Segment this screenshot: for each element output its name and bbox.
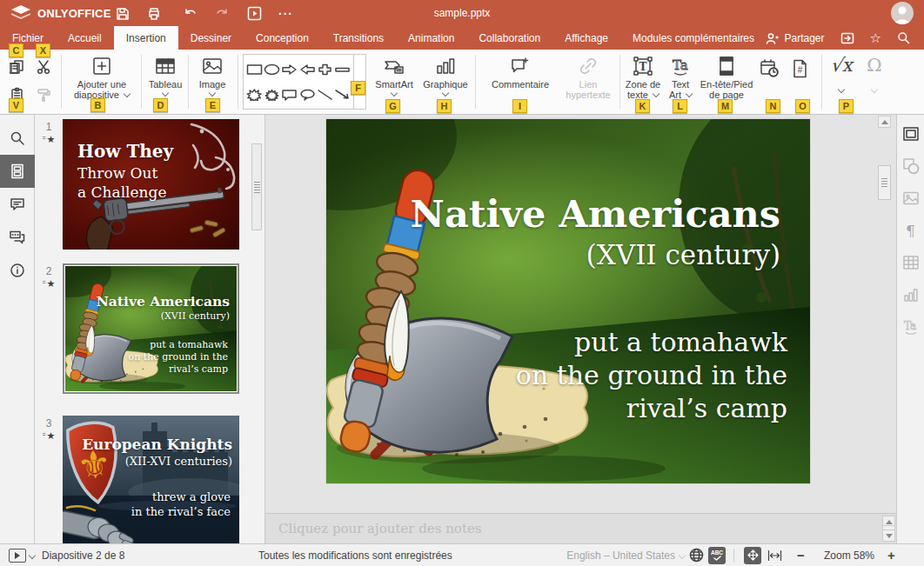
editor-vertical-scrollbar[interactable] xyxy=(877,115,893,513)
shape-explosion2-icon[interactable] xyxy=(264,88,280,101)
tab-modules[interactable]: Modules complémentaires xyxy=(620,26,767,50)
save-icon[interactable] xyxy=(115,6,130,21)
hint-label-F: F xyxy=(351,81,365,95)
shape-arrow-right-icon[interactable] xyxy=(281,63,298,76)
table-button[interactable]: Tableau xyxy=(144,55,186,96)
slide-title[interactable]: Native Americans xyxy=(411,192,780,236)
shape-speech-oval-icon[interactable] xyxy=(299,88,316,101)
shape-arrow-left-icon[interactable] xyxy=(299,63,316,76)
zoom-out-button[interactable]: − xyxy=(797,544,805,566)
shapes-gallery xyxy=(243,54,354,110)
add-slide-button[interactable]: Ajouter unediapositive xyxy=(64,55,139,100)
shape-ellipse-icon[interactable] xyxy=(264,63,280,76)
zoom-in-button[interactable]: + xyxy=(887,544,895,566)
cut-button[interactable] xyxy=(33,57,54,77)
more-actions-icon[interactable]: ··· xyxy=(278,6,293,21)
shape-line-icon[interactable] xyxy=(317,88,333,101)
document-language-button[interactable] xyxy=(689,544,704,566)
tab-affichage[interactable]: Affichage xyxy=(552,26,620,50)
comments-panel-button[interactable] xyxy=(0,188,35,221)
thumbnails-scrollbar[interactable] xyxy=(251,143,262,230)
image-button[interactable]: Image xyxy=(191,55,233,96)
table-settings-button[interactable] xyxy=(901,252,921,273)
app-logo: ONLYOFFICE xyxy=(10,5,111,21)
fit-slide-button[interactable] xyxy=(744,547,761,564)
header-footer-button[interactable]: En-tête/Piedde page xyxy=(698,55,755,100)
shape-settings-button[interactable] xyxy=(901,156,921,176)
fit-width-button[interactable] xyxy=(767,544,782,566)
search-icon[interactable] xyxy=(897,31,910,44)
image-settings-button[interactable] xyxy=(901,188,921,209)
shape-plus-icon[interactable] xyxy=(317,63,333,76)
chart-settings-button[interactable] xyxy=(901,284,921,305)
textart-button[interactable]: Ta TextArt xyxy=(665,55,696,100)
paragraph-settings-button[interactable]: ¶ xyxy=(901,220,921,241)
tab-transitions[interactable]: Transitions xyxy=(321,26,396,50)
notes-area[interactable]: Cliquez pour ajouter des notes xyxy=(265,513,896,543)
avatar[interactable] xyxy=(891,2,914,24)
chevron-down-icon xyxy=(124,90,131,97)
favorite-star-icon[interactable]: ☆ xyxy=(870,30,881,46)
hyperlink-button[interactable]: Lienhypertexte xyxy=(562,55,614,100)
scrollbar-thumb[interactable] xyxy=(878,165,891,200)
app-window: ⚜ ONLYOFFICE xyxy=(0,0,924,566)
textart-settings-button[interactable]: Ta xyxy=(901,316,921,337)
svg-text:Ta: Ta xyxy=(904,320,916,332)
equation-button[interactable]: √x xyxy=(827,57,856,92)
smartart-button[interactable]: SmartArt xyxy=(369,55,419,96)
textbox-button[interactable]: T Zone detexte xyxy=(623,55,663,100)
undo-icon[interactable] xyxy=(183,6,198,21)
comment-button[interactable]: Commentaire xyxy=(482,55,559,90)
chart-button[interactable]: Graphique xyxy=(421,55,470,96)
notes-scrollbar[interactable] xyxy=(881,516,894,543)
scroll-up-button[interactable] xyxy=(878,116,891,128)
redo-icon[interactable] xyxy=(214,6,229,21)
share-button[interactable]: Partager xyxy=(766,32,825,44)
shape-explosion1-icon[interactable] xyxy=(246,88,263,101)
shape-settings-icon xyxy=(902,157,920,175)
symbol-button[interactable]: Ω xyxy=(860,57,889,92)
statusbar: Diapositive 2 de 8 Toutes les modificati… xyxy=(0,543,924,566)
tab-animation[interactable]: Animation xyxy=(396,26,466,50)
slide-2-thumbnail[interactable]: Native Americans (XVII century) put a to… xyxy=(65,266,237,391)
slide-canvas[interactable]: Native Americans (XVII century) put a to… xyxy=(326,119,810,483)
shape-speech-rect-icon[interactable] xyxy=(281,88,298,101)
slide-1-thumbnail[interactable]: How They Throw Out a Challenge xyxy=(63,119,239,250)
datetime-button[interactable] xyxy=(759,58,780,79)
hint-label-O: O xyxy=(795,99,810,113)
start-slideshow-icon[interactable] xyxy=(247,6,262,21)
open-file-location-icon[interactable] xyxy=(840,32,854,44)
language-selector[interactable]: English – United States xyxy=(557,544,675,566)
spellcheck-button[interactable]: ABC xyxy=(708,547,726,564)
copy-button[interactable] xyxy=(7,57,28,77)
thumb3-subtitle: (XII-XVI centuries) xyxy=(125,455,232,468)
chat-panel-button[interactable] xyxy=(0,221,35,254)
notes-scroll-down[interactable] xyxy=(882,529,895,542)
slide-3-thumbnail[interactable]: European Knights (XII-XVI centuries) thr… xyxy=(63,416,239,543)
find-panel-button[interactable] xyxy=(0,122,35,155)
chevron-down-icon[interactable] xyxy=(679,552,686,559)
print-icon[interactable] xyxy=(146,6,161,21)
slide-settings-button[interactable] xyxy=(901,123,921,144)
about-panel-button[interactable] xyxy=(0,254,35,287)
tab-collaboration[interactable]: Collaboration xyxy=(466,26,552,50)
slide-number-button[interactable]: # xyxy=(790,58,811,79)
format-painter-button[interactable] xyxy=(33,84,54,105)
slide-subtitle[interactable]: (XVII century) xyxy=(586,239,780,270)
tab-conception[interactable]: Conception xyxy=(244,26,321,50)
equation-icon: √x xyxy=(830,57,852,75)
slides-panel-button[interactable] xyxy=(0,155,35,188)
tab-insertion[interactable]: Insertion xyxy=(114,26,178,50)
shape-minus-icon[interactable] xyxy=(334,63,351,76)
shape-rectangle-icon[interactable] xyxy=(246,63,263,76)
toolbar-divider xyxy=(619,55,620,109)
editor-area: Native Americans (XVII century) put a to… xyxy=(265,115,896,513)
shape-arrow-diagonal-icon[interactable] xyxy=(334,88,351,101)
start-slideshow-button[interactable] xyxy=(9,549,26,563)
slide-body-text[interactable]: put a tomahawk on the ground in the riva… xyxy=(516,326,787,425)
chevron-down-icon[interactable] xyxy=(29,552,36,559)
svg-text:Ta: Ta xyxy=(673,57,688,73)
tab-accueil[interactable]: Accueil xyxy=(56,26,114,50)
tab-dessiner[interactable]: Dessiner xyxy=(178,26,244,50)
hint-label-B: B xyxy=(90,98,105,112)
